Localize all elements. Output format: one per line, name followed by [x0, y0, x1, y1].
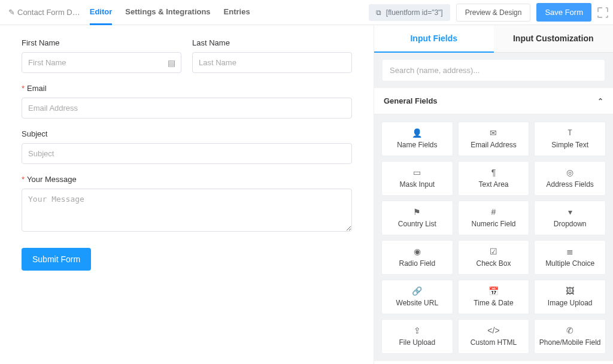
chevron-up-icon: ⌃ [597, 97, 603, 105]
search-input[interactable] [383, 60, 605, 81]
field-card-text-area[interactable]: ¶Text Area [458, 161, 530, 196]
list-icon: ≣ [566, 247, 573, 256]
message-label: *Your Message [22, 175, 352, 184]
textarea-icon: ¶ [491, 168, 496, 177]
tab-entries[interactable]: Entries [224, 0, 250, 25]
section-general-fields[interactable]: General Fields ⌃ [374, 88, 613, 114]
field-card-mask-input[interactable]: ▭Mask Input [381, 161, 453, 196]
pin-icon: ◎ [566, 168, 573, 177]
field-card-time-date[interactable]: 📅Time & Date [458, 280, 530, 314]
field-card-label: Numeric Field [471, 220, 515, 228]
field-card-phone-mobile-field[interactable]: ✆Phone/Mobile Field [534, 319, 606, 354]
subject-label: Subject [22, 129, 352, 138]
image-icon: 🖼 [566, 286, 574, 296]
preview-design-button[interactable]: Preview & Design [456, 4, 531, 22]
field-card-image-upload[interactable]: 🖼Image Upload [534, 280, 606, 314]
first-name-input[interactable] [22, 52, 181, 73]
person-icon: 👤 [412, 128, 422, 138]
field-card-address-fields[interactable]: ◎Address Fields [534, 161, 606, 196]
tab-input-fields[interactable]: Input Fields [374, 25, 494, 53]
section-advanced-fields[interactable]: Advanced Fields ⌄ [374, 361, 613, 364]
calendar-icon: 📅 [488, 286, 499, 296]
field-card-label: Multiple Choice [545, 259, 594, 268]
code-icon: </> [487, 326, 499, 335]
message-textarea[interactable] [22, 189, 352, 232]
field-card-label: Mask Input [399, 180, 435, 189]
field-card-file-upload[interactable]: ⇪File Upload [381, 319, 453, 354]
field-card-label: Name Fields [397, 141, 437, 149]
mask-icon: ▭ [413, 168, 421, 177]
last-name-input[interactable] [192, 52, 352, 73]
field-card-label: Simple Text [551, 141, 588, 149]
field-card-email-address[interactable]: ✉Email Address [458, 122, 530, 156]
email-label: *Email [22, 84, 352, 93]
mail-icon: ✉ [490, 128, 497, 138]
radio-icon: ◉ [414, 247, 421, 256]
email-input[interactable] [22, 98, 352, 119]
field-card-name-fields[interactable]: 👤Name Fields [381, 122, 453, 156]
breadcrumb-text: Contact Form D… [17, 8, 80, 17]
text-icon: Ｔ [566, 128, 574, 138]
check-icon: ☑ [490, 247, 497, 256]
field-card-label: Custom HTML [471, 338, 517, 347]
field-card-numeric-field[interactable]: #Numeric Field [458, 201, 530, 235]
field-card-label: Email Address [471, 141, 517, 149]
link-icon: 🔗 [412, 286, 422, 296]
field-card-label: Check Box [476, 259, 511, 268]
field-card-website-url[interactable]: 🔗Website URL [381, 280, 453, 314]
section-general-title: General Fields [384, 96, 438, 105]
field-card-simple-text[interactable]: ＴSimple Text [534, 122, 606, 156]
phone-icon: ✆ [566, 326, 573, 335]
field-card-label: Radio Field [399, 259, 435, 268]
field-card-label: Country List [398, 220, 436, 228]
breadcrumb[interactable]: ✎ Contact Form D… [8, 8, 80, 17]
sidebar: Input Fields Input Customization General… [374, 25, 613, 364]
field-card-label: Address Fields [546, 180, 593, 189]
field-card-custom-html[interactable]: </>Custom HTML [458, 319, 530, 354]
tab-input-customization[interactable]: Input Customization [494, 25, 614, 53]
pencil-icon: ✎ [8, 8, 15, 17]
tab-editor[interactable]: Editor [90, 0, 113, 25]
flag-icon: ⚑ [413, 207, 421, 217]
first-name-label: First Name [22, 38, 181, 47]
fullscreen-icon[interactable] [597, 7, 608, 18]
form-canvas: First Name ▤ Last Name *Email Subject *Y… [0, 25, 374, 364]
upload-icon: ⇪ [414, 326, 421, 335]
field-card-country-list[interactable]: ⚑Country List [381, 201, 453, 235]
field-card-check-box[interactable]: ☑Check Box [458, 240, 530, 275]
field-card-radio-field[interactable]: ◉Radio Field [381, 240, 453, 275]
field-card-label: Time & Date [474, 299, 513, 307]
field-card-label: Website URL [396, 299, 438, 307]
field-card-multiple-choice[interactable]: ≣Multiple Choice [534, 240, 606, 275]
submit-button[interactable]: Submit Form [22, 248, 91, 271]
dropdown-icon: ▾ [568, 207, 572, 217]
save-form-button[interactable]: Save Form [536, 3, 591, 22]
field-card-label: Phone/Mobile Field [539, 338, 601, 347]
field-card-label: File Upload [399, 338, 435, 347]
field-card-label: Dropdown [554, 220, 587, 228]
subject-input[interactable] [22, 143, 352, 164]
hash-icon: # [491, 207, 496, 217]
copy-icon: ⧉ [376, 8, 381, 17]
field-card-label: Text Area [478, 180, 508, 189]
field-card-dropdown[interactable]: ▾Dropdown [534, 201, 606, 235]
tab-settings-integrations[interactable]: Settings & Integrations [125, 0, 210, 25]
field-card-label: Image Upload [548, 299, 593, 307]
name-card-icon: ▤ [168, 58, 175, 68]
last-name-label: Last Name [192, 38, 352, 47]
shortcode-text: [fluentform id="3"] [386, 8, 443, 17]
shortcode-pill[interactable]: ⧉ [fluentform id="3"] [369, 4, 450, 21]
